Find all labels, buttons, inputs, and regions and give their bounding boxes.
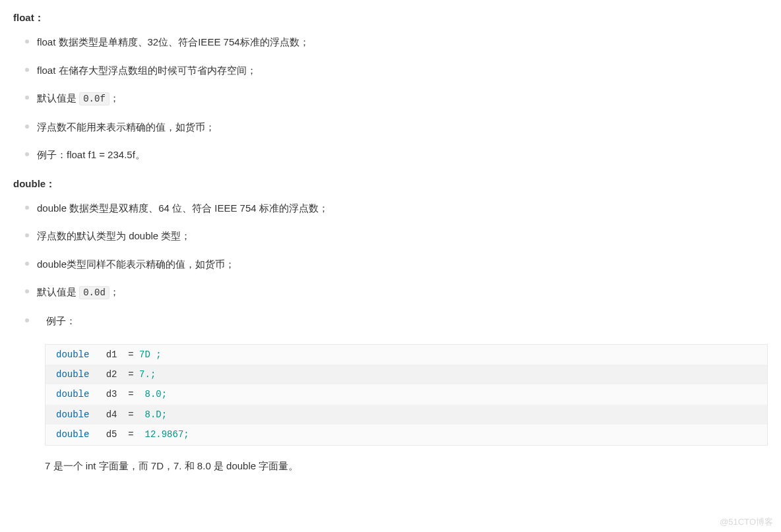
- inline-code: 0.0f: [79, 92, 109, 105]
- item-text: 浮点数的默认类型为 double 类型；: [37, 230, 191, 241]
- code-line: double d2 = 7.;: [46, 365, 767, 384]
- code-line: double d4 = 8.D;: [46, 405, 767, 425]
- code-line: double d1 = 7D ;: [46, 345, 767, 365]
- list-item: float 在储存大型浮点数组的时候可节省内存空间；: [25, 62, 768, 79]
- item-text: 例子：float f1 = 234.5f。: [37, 149, 145, 160]
- section-title-double: double：: [13, 178, 768, 191]
- item-text: double 数据类型是双精度、64 位、符合 IEEE 754 标准的浮点数；: [37, 202, 328, 214]
- double-list: double 数据类型是双精度、64 位、符合 IEEE 754 标准的浮点数；…: [13, 200, 768, 330]
- float-list: float 数据类型是单精度、32位、符合IEEE 754标准的浮点数； flo…: [13, 34, 768, 163]
- list-item: 例子：float f1 = 234.5f。: [25, 146, 768, 163]
- code-line: double d3 = 8.0;: [46, 384, 767, 404]
- list-item: float 数据类型是单精度、32位、符合IEEE 754标准的浮点数；: [25, 34, 768, 51]
- item-text: float 在储存大型浮点数组的时候可节省内存空间；: [37, 65, 257, 76]
- footnote: 7 是一个 int 字面量，而 7D，7. 和 8.0 是 double 字面量…: [45, 460, 768, 473]
- item-prefix: 默认值是: [37, 286, 79, 297]
- inline-code: 0.0d: [79, 286, 109, 299]
- section-title-float: float：: [13, 12, 768, 24]
- code-block: double d1 = 7D ; double d2 = 7.; double …: [45, 344, 768, 446]
- item-text: 浮点数不能用来表示精确的值，如货币；: [37, 121, 215, 133]
- list-item: double类型同样不能表示精确的值，如货币；: [25, 256, 768, 273]
- list-item: 浮点数的默认类型为 double 类型；: [25, 227, 768, 245]
- list-item: 例子：: [25, 312, 768, 330]
- item-text: float 数据类型是单精度、32位、符合IEEE 754标准的浮点数；: [37, 36, 309, 47]
- list-item: 浮点数不能用来表示精确的值，如货币；: [25, 119, 768, 136]
- list-item: double 数据类型是双精度、64 位、符合 IEEE 754 标准的浮点数；: [25, 200, 768, 217]
- nested-label: 例子：: [37, 315, 76, 326]
- list-item: 默认值是 0.0d；: [25, 283, 768, 301]
- item-suffix: ；: [109, 92, 119, 103]
- item-prefix: 默认值是: [37, 92, 79, 103]
- list-item: 默认值是 0.0f；: [25, 90, 768, 107]
- code-line: double d5 = 12.9867;: [46, 425, 767, 444]
- item-suffix: ；: [109, 286, 119, 297]
- item-text: double类型同样不能表示精确的值，如货币；: [37, 258, 235, 270]
- watermark: @51CTO博客: [720, 516, 773, 528]
